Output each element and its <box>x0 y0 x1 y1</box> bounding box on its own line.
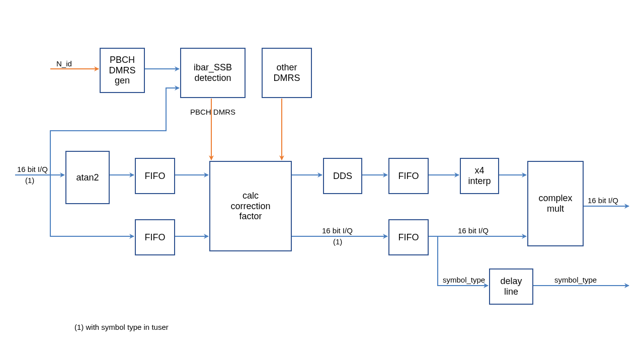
label-input-16bit-iq: 16 bit I/Q <box>17 165 48 173</box>
block-label: complex mult <box>538 193 572 214</box>
block-label: FIFO <box>145 171 166 182</box>
label-symbol-type-in: symbol_type <box>443 276 485 284</box>
block-fifo-bottom: FIFO <box>135 219 175 255</box>
label-input-note1: (1) <box>25 176 34 185</box>
block-ibar-ssb-detection: ibar_SSB detection <box>180 48 246 98</box>
label-pbch-dmrs: PBCH DMRS <box>190 108 235 116</box>
block-label: DDS <box>333 171 352 182</box>
block-fifo-lower-chain: FIFO <box>388 219 429 255</box>
block-complex-mult: complex mult <box>527 161 584 246</box>
block-label: x4 interp <box>468 165 491 186</box>
block-label: PBCH DMRS gen <box>109 55 136 86</box>
block-label: FIFO <box>145 232 166 243</box>
label-mid-note1: (1) <box>333 237 342 246</box>
block-pbch-dmrs-gen: PBCH DMRS gen <box>100 48 145 93</box>
block-delay-line: delay line <box>489 268 533 305</box>
block-other-dmrs: other DMRS <box>262 48 312 98</box>
label-right-16bit-iq: 16 bit I/Q <box>458 226 489 235</box>
label-footnote: (1) with symbol type in tuser <box>74 323 169 331</box>
block-label: FIFO <box>398 171 419 182</box>
block-label: delay line <box>500 276 522 297</box>
label-n-id: N_id <box>56 59 72 68</box>
block-label: FIFO <box>398 232 419 243</box>
block-label: other DMRS <box>274 62 300 83</box>
block-calc-correction-factor: calc correction factor <box>209 161 292 251</box>
block-x4-interp: x4 interp <box>460 158 499 194</box>
label-mid-16bit-iq: 16 bit I/Q <box>322 226 353 235</box>
block-label: atan2 <box>76 172 99 183</box>
label-symbol-type-out: symbol_type <box>554 276 597 284</box>
block-atan2: atan2 <box>65 151 110 204</box>
block-label: calc correction factor <box>230 191 270 222</box>
block-fifo-upper-chain: FIFO <box>388 158 429 194</box>
block-label: ibar_SSB detection <box>194 62 232 83</box>
block-fifo-top: FIFO <box>135 158 175 194</box>
label-output-16bit-iq: 16 bit I/Q <box>588 196 618 205</box>
block-dds: DDS <box>323 158 362 194</box>
